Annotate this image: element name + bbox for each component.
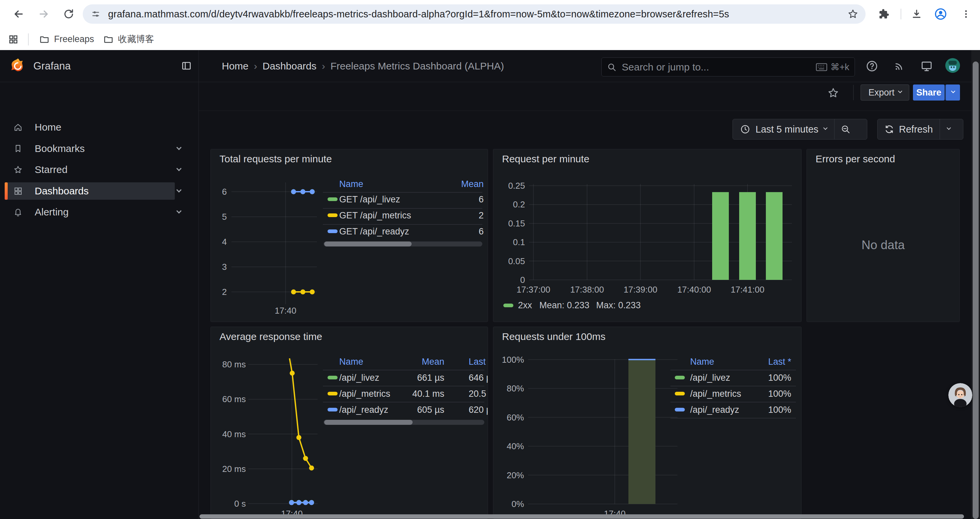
chevron-down-icon[interactable] [177, 188, 181, 194]
legend-row-2xx[interactable]: 2xx Mean: 0.233 Max: 0.233 [503, 300, 641, 311]
breadcrumb-home[interactable]: Home [222, 61, 248, 72]
svg-text:20%: 20% [507, 470, 524, 480]
export-label: Export [868, 88, 894, 98]
refresh-icon [884, 124, 894, 134]
time-range-picker[interactable]: Last 5 minutes [733, 119, 834, 139]
bell-icon [13, 208, 23, 217]
svg-text:80%: 80% [507, 383, 524, 393]
svg-text:0.25: 0.25 [508, 181, 525, 191]
clock-icon [740, 124, 750, 134]
chevron-down-icon [898, 89, 902, 93]
dock-menu-icon[interactable] [181, 61, 192, 71]
sidebar-item-home[interactable]: Home [5, 118, 175, 136]
extensions-icon[interactable] [874, 4, 894, 24]
help-icon[interactable] [865, 59, 879, 73]
share-dropdown-button[interactable] [945, 85, 960, 101]
refresh-group: Refresh [877, 119, 963, 140]
browser-menu-icon[interactable] [956, 4, 976, 24]
favorite-dashboard-button[interactable] [824, 84, 842, 102]
share-label: Share [916, 88, 941, 98]
toolbar-border [199, 110, 980, 111]
svg-text:80 ms: 80 ms [222, 359, 246, 369]
svg-text:0.2: 0.2 [513, 200, 525, 209]
vertical-scrollbar[interactable] [971, 50, 980, 519]
download-icon[interactable] [907, 4, 927, 24]
news-rss-icon[interactable] [892, 59, 907, 73]
sidebar-item-starred[interactable]: Starred [5, 161, 175, 178]
svg-text:0 s: 0 s [234, 498, 246, 509]
reload-icon[interactable] [59, 4, 79, 24]
bookmark-star-icon[interactable] [848, 9, 858, 19]
requests-under-100ms-chart[interactable]: 100%80%60%40%20%0%17:40 [493, 327, 802, 519]
forward-icon[interactable] [34, 4, 54, 24]
zoom-out-button[interactable] [835, 119, 857, 139]
svg-text:17:40: 17:40 [275, 306, 296, 316]
brand-name[interactable]: Grafana [33, 60, 71, 72]
dashboards-icon [13, 186, 23, 196]
svg-text:0: 0 [520, 275, 525, 285]
sidebar-item-bookmarks[interactable]: Bookmarks [5, 140, 175, 157]
bookmark-folder-freeleaps[interactable]: Freeleaps [36, 31, 97, 47]
svg-text:0.1: 0.1 [513, 237, 525, 247]
export-button[interactable]: Export [861, 85, 909, 101]
sidebar-item-label: Alerting [35, 206, 69, 218]
star-icon [827, 87, 839, 99]
chevron-down-icon[interactable] [177, 209, 181, 215]
panel-title[interactable]: Average response time [220, 331, 322, 342]
chevron-down-icon[interactable] [177, 145, 181, 152]
time-range-label: Last 5 minutes [756, 124, 819, 135]
bookmarks-bar: Freeleaps 收藏博客 [0, 28, 980, 50]
site-settings-icon[interactable] [91, 9, 101, 19]
total-requests-chart[interactable]: 6543217:40 [211, 149, 488, 322]
vertical-scrollbar-thumb[interactable] [973, 61, 978, 519]
request-per-minute-chart[interactable]: 0.250.20.150.10.05017:37:0017:38:0017:39… [493, 149, 802, 322]
monitor-icon[interactable] [919, 59, 934, 73]
chevron-down-icon[interactable] [177, 167, 181, 172]
bookmark-folder-blogs[interactable]: 收藏博客 [100, 31, 158, 47]
panel-title[interactable]: Requests under 100ms [502, 331, 605, 342]
svg-text:3: 3 [222, 262, 227, 272]
panel-average-response-time: 80 ms60 ms40 ms20 ms0 s17:40 Average res… [210, 327, 488, 519]
keyboard-icon [816, 63, 827, 72]
refresh-interval-dropdown[interactable] [940, 119, 958, 139]
panel-title[interactable]: Request per minute [502, 153, 589, 164]
svg-text:17:39:00: 17:39:00 [624, 284, 657, 295]
apps-grid-icon[interactable] [8, 34, 19, 45]
sidebar: Home Bookmarks Starred Dashboards Alerti [0, 82, 199, 519]
star-icon [13, 165, 23, 174]
sidebar-divider [199, 50, 199, 519]
series-max: Max: 0.233 [596, 300, 641, 311]
series-name: 2xx [518, 300, 532, 311]
horizontal-scrollbar[interactable] [199, 514, 964, 519]
time-range-group: Last 5 minutes [732, 119, 867, 140]
home-icon [13, 123, 23, 132]
address-bar[interactable]: grafana.mathmast.com/d/deytv4rwavabkb/fr… [83, 4, 865, 24]
svg-text:100%: 100% [502, 355, 524, 365]
sidebar-item-dashboards[interactable]: Dashboards [5, 182, 175, 200]
average-response-time-chart[interactable]: 80 ms60 ms40 ms20 ms0 s17:40 [211, 327, 488, 519]
panel-title[interactable]: Total requests per minute [220, 153, 332, 164]
svg-text:40 ms: 40 ms [222, 429, 246, 439]
search-input[interactable] [621, 61, 816, 73]
refresh-button[interactable]: Refresh [878, 119, 940, 139]
series-mean: Mean: 0.233 [539, 300, 589, 311]
svg-text:17:41:00: 17:41:00 [730, 284, 764, 295]
assistant-avatar-widget[interactable] [948, 383, 972, 407]
panel-title[interactable]: Errors per second [816, 153, 895, 164]
back-icon[interactable] [9, 4, 29, 24]
svg-text:60%: 60% [507, 412, 524, 423]
svg-text:40%: 40% [507, 441, 524, 451]
grafana-logo[interactable] [10, 57, 26, 75]
user-avatar[interactable] [945, 58, 960, 73]
breadcrumb-dashboards[interactable]: Dashboards [262, 61, 317, 72]
sidebar-item-alerting[interactable]: Alerting [5, 203, 175, 221]
profile-icon[interactable] [931, 4, 951, 24]
breadcrumb-current-dashboard: Freeleaps Metrics Dashboard (ALPHA) [331, 61, 504, 72]
url-text[interactable]: grafana.mathmast.com/d/deytv4rwavabkb/fr… [108, 9, 848, 20]
svg-text:17:40:00: 17:40:00 [677, 284, 711, 295]
chevron-down-icon [951, 89, 955, 93]
search-box[interactable]: ⌘+k [601, 57, 855, 77]
zoom-out-icon [841, 124, 851, 134]
svg-text:4: 4 [222, 237, 227, 247]
share-button[interactable]: Share [913, 85, 945, 101]
